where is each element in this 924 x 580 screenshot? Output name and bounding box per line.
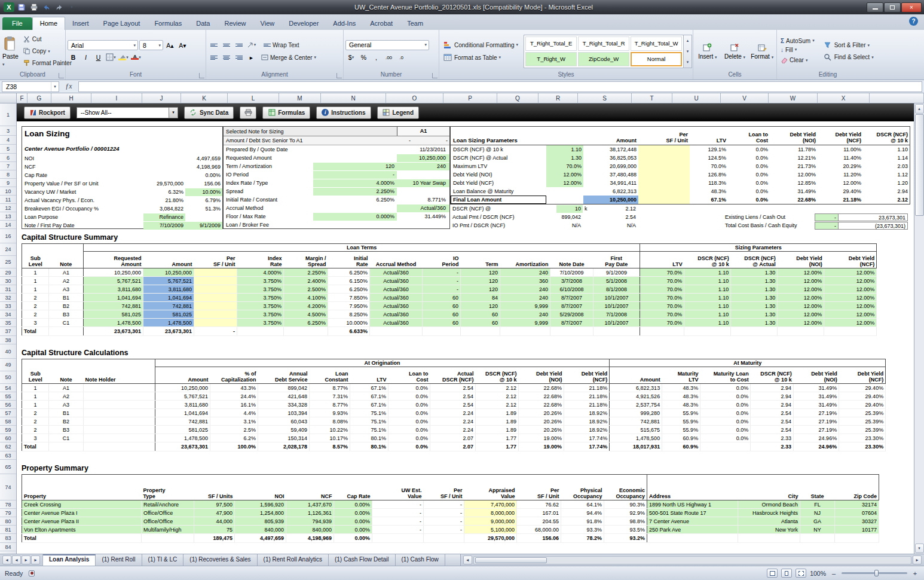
cell[interactable]: 93.5%	[604, 526, 647, 534]
cell[interactable]: 1.10	[684, 319, 731, 327]
ribbon-tab[interactable]: View	[253, 17, 282, 30]
cell[interactable]: -	[424, 500, 464, 509]
cell[interactable]: (23,673,301)	[839, 222, 908, 230]
cell[interactable]: 1,254,800	[235, 509, 286, 517]
total-cell[interactable]: 18,017,931	[610, 442, 662, 451]
cell[interactable]: 67.1%	[350, 384, 388, 392]
cell[interactable]: 840,000	[286, 526, 334, 534]
cell[interactable]: 48.3%	[662, 384, 700, 392]
cell[interactable]: 8/7/2007	[550, 319, 593, 327]
cell[interactable]: 0.000%	[313, 213, 397, 221]
cell[interactable]: 75.1%	[350, 409, 388, 417]
help-icon[interactable]: ?	[909, 17, 918, 26]
undo-icon[interactable]	[41, 2, 52, 12]
cell[interactable]: A1	[49, 268, 84, 277]
cell[interactable]: 1,596,920	[235, 500, 286, 509]
row-header[interactable]: 78	[0, 500, 16, 509]
cell[interactable]: 1.30	[731, 319, 778, 327]
cell[interactable]: Atlanta	[738, 517, 800, 526]
total-cell[interactable]	[424, 534, 464, 543]
row-header[interactable]: 12	[0, 204, 16, 212]
cell[interactable]: Office/Office	[142, 517, 194, 526]
cell[interactable]: 805,939	[235, 517, 286, 526]
row-header[interactable]: 74	[0, 474, 16, 500]
total-cell[interactable]	[461, 327, 500, 336]
cell[interactable]: 0.0%	[728, 196, 770, 204]
row-header[interactable]: 37	[0, 327, 16, 336]
column-header[interactable]: K	[181, 93, 228, 103]
cell[interactable]: 1.89	[476, 426, 519, 434]
total-cell[interactable]: 156.06	[517, 534, 561, 543]
cell[interactable]: 581,025	[155, 426, 210, 434]
cell[interactable]: 3.750%	[237, 277, 284, 285]
cell[interactable]: 12.00%	[546, 179, 583, 187]
cell[interactable]: NJ	[800, 509, 835, 517]
cell[interactable]: 48.3%	[662, 401, 700, 409]
accounting-format-button[interactable]: $▾	[345, 53, 357, 63]
horizontal-scroll-thumb[interactable]	[475, 557, 547, 563]
cell[interactable]: 70.0%	[640, 268, 684, 277]
cell[interactable]: 27.19%	[794, 426, 839, 434]
decrease-decimal-button[interactable]: .0	[396, 53, 407, 63]
cell[interactable]	[194, 319, 237, 327]
gallery-down-icon[interactable]: ▾	[687, 49, 689, 54]
cell[interactable]: NY	[800, 526, 835, 534]
cell[interactable]: 11.78%	[770, 145, 818, 154]
cell[interactable]: 12.00%	[778, 310, 824, 319]
cell[interactable]: -	[372, 517, 424, 526]
cell[interactable]: 3.1%	[210, 417, 258, 426]
print-icon[interactable]	[29, 2, 39, 12]
cell[interactable]	[194, 294, 237, 302]
cell[interactable]: 94.4%	[561, 509, 604, 517]
bold-button[interactable]: B	[68, 52, 79, 62]
align-middle-button[interactable]	[221, 40, 232, 50]
column-header[interactable]: J	[142, 93, 181, 103]
cell[interactable]: 60,043	[258, 417, 310, 426]
total-cell[interactable]	[738, 534, 800, 543]
cell[interactable]: A2	[49, 392, 84, 401]
row-header[interactable]: 29	[0, 268, 16, 277]
cell[interactable]: 0.0%	[700, 392, 751, 401]
cell[interactable]: Hasbrouck Heights	[738, 509, 800, 517]
row-header[interactable]: 30	[0, 277, 16, 285]
cell[interactable]: 20.29%	[818, 162, 863, 170]
cell[interactable]: 10177	[835, 526, 879, 534]
cell[interactable]: 12.00%	[778, 319, 824, 327]
column-header[interactable]: W	[769, 93, 818, 103]
cell[interactable]: 7 Center Avenue	[647, 517, 738, 526]
cell[interactable]: 60	[423, 310, 461, 319]
select-all-corner[interactable]	[0, 93, 17, 103]
grow-font-button[interactable]: A▴	[164, 40, 176, 50]
selected-note-value[interactable]: A1	[397, 127, 449, 136]
cell[interactable]: 31.49%	[794, 392, 839, 401]
cell[interactable]: 0.00%	[185, 172, 222, 179]
paste-button[interactable]: Paste ▾	[2, 31, 19, 71]
cell[interactable]: 2	[22, 294, 49, 302]
cell[interactable]: 22.68%	[519, 401, 564, 409]
cell[interactable]: 0.0%	[700, 417, 751, 426]
cell[interactable]: 9/1/2009	[593, 268, 640, 277]
ribbon-tab[interactable]: Insert	[65, 17, 96, 30]
sheet-tab[interactable]: (1) Cash Flow	[396, 554, 445, 566]
dropdown-caret-icon[interactable]: ▾	[169, 108, 178, 118]
merge-center-button[interactable]: Merge & Center ▾	[259, 54, 318, 62]
column-header[interactable]: N	[321, 93, 386, 103]
column-header[interactable]: X	[818, 93, 870, 103]
cell[interactable]: 6.2%	[210, 434, 258, 442]
cell[interactable]	[546, 196, 583, 204]
cell[interactable]: 6.250%	[313, 196, 397, 204]
cell[interactable]	[638, 179, 690, 187]
cell[interactable]: 7.850%	[328, 294, 370, 302]
cell[interactable]: 22.68%	[770, 196, 818, 204]
restore-button[interactable]	[884, 2, 901, 13]
total-cell[interactable]	[835, 534, 879, 543]
cell[interactable]: 2.54	[430, 401, 476, 409]
cell[interactable]: 76.62	[517, 500, 561, 509]
cell[interactable]: 1	[22, 384, 49, 392]
cell[interactable]: FL	[800, 500, 835, 509]
cell[interactable]: 11.00%	[818, 145, 863, 154]
cell-style[interactable]: T_Right_Total_W	[631, 36, 682, 51]
row-header[interactable]: 33	[0, 302, 16, 310]
cell[interactable]: 7.31%	[310, 392, 350, 401]
row-header[interactable]: 81	[0, 526, 16, 534]
